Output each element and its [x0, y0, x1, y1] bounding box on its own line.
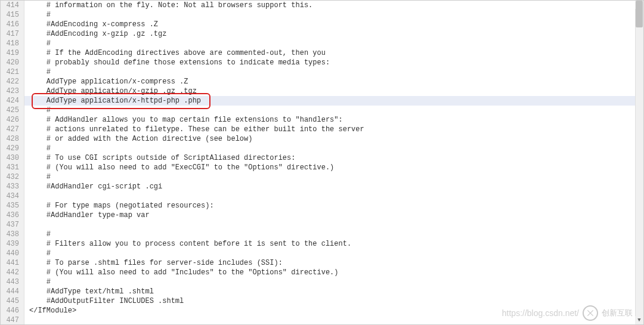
code-line[interactable]: # actions unrelated to filetype. These c…	[24, 125, 643, 134]
line-number: 416	[3, 20, 19, 29]
line-number: 442	[3, 268, 19, 277]
line-number: 433	[3, 182, 19, 191]
line-number: 432	[3, 172, 19, 182]
code-line[interactable]: #	[24, 230, 643, 239]
code-line[interactable]	[24, 315, 643, 324]
code-line[interactable]: #	[24, 144, 643, 153]
code-line[interactable]: # information on the fly. Note: Not all …	[24, 1, 643, 10]
line-number: 437	[3, 220, 19, 230]
code-line[interactable]	[24, 220, 643, 230]
line-number: 434	[3, 191, 19, 201]
line-number: 422	[3, 77, 19, 86]
line-number: 426	[3, 115, 19, 125]
line-number: 427	[3, 125, 19, 134]
scrollbar-vertical[interactable]: ▲ ▼	[635, 1, 643, 324]
code-line[interactable]: #	[24, 277, 643, 287]
line-number: 429	[3, 144, 19, 153]
code-line[interactable]: # To parse .shtml files for server-side …	[24, 258, 643, 268]
line-number: 414	[3, 1, 19, 10]
code-line[interactable]: # To use CGI scripts outside of ScriptAl…	[24, 153, 643, 163]
line-number: 438	[3, 230, 19, 239]
line-number: 421	[3, 67, 19, 77]
line-number: 440	[3, 249, 19, 258]
code-line[interactable]: #AddEncoding x-gzip .gz .tgz	[24, 29, 643, 39]
line-number-gutter: 4144154164174184194204214224234244254264…	[1, 1, 24, 324]
line-number: 428	[3, 134, 19, 144]
line-number: 418	[3, 39, 19, 48]
line-number: 435	[3, 201, 19, 211]
code-line[interactable]: # If the AddEncoding directives above ar…	[24, 48, 643, 58]
code-line[interactable]: #	[24, 39, 643, 48]
code-line[interactable]: # For type maps (negotiated resources):	[24, 201, 643, 211]
line-number: 423	[3, 86, 19, 96]
line-number: 415	[3, 10, 19, 20]
scrollbar-thumb[interactable]	[636, 1, 643, 27]
line-number: 424	[3, 96, 19, 106]
scrollbar-down-arrow[interactable]: ▼	[635, 316, 643, 324]
code-line[interactable]: AddType application/x-gzip .gz .tgz	[24, 86, 643, 96]
line-number: 446	[3, 306, 19, 315]
line-number: 444	[3, 287, 19, 296]
line-number: 447	[3, 315, 19, 325]
code-line[interactable]: # (You will also need to add "ExecCGI" t…	[24, 163, 643, 172]
code-line[interactable]: #	[24, 172, 643, 182]
code-line[interactable]: #	[24, 67, 643, 77]
code-line[interactable]: #AddOutputFilter INCLUDES .shtml	[24, 296, 643, 306]
code-line[interactable]: </IfModule>	[24, 306, 643, 315]
line-number: 439	[3, 239, 19, 249]
line-number: 445	[3, 296, 19, 306]
code-line[interactable]: #	[24, 106, 643, 115]
code-line[interactable]: AddType application/x-compress .Z	[24, 77, 643, 86]
code-line[interactable]: AddType application/x-httpd-php .php	[24, 96, 643, 106]
line-number: 443	[3, 277, 19, 287]
code-line[interactable]: #AddEncoding x-compress .Z	[24, 20, 643, 29]
line-number: 436	[3, 211, 19, 220]
code-line[interactable]: # (You will also need to add "Includes" …	[24, 268, 643, 277]
line-number: 430	[3, 153, 19, 163]
code-line[interactable]: #AddHandler cgi-script .cgi	[24, 182, 643, 191]
code-line[interactable]	[24, 191, 643, 201]
line-number: 441	[3, 258, 19, 268]
code-line[interactable]: #AddHandler type-map var	[24, 211, 643, 220]
line-number: 431	[3, 163, 19, 172]
code-line[interactable]: # probably should define those extension…	[24, 58, 643, 67]
line-number: 419	[3, 48, 19, 58]
code-line[interactable]: #	[24, 10, 643, 20]
code-line[interactable]: # Filters allow you to process content b…	[24, 239, 643, 249]
line-number: 425	[3, 106, 19, 115]
code-line[interactable]: # or added with the Action directive (se…	[24, 134, 643, 144]
line-number: 417	[3, 29, 19, 39]
code-line[interactable]: #	[24, 249, 643, 258]
code-line[interactable]: #AddType text/html .shtml	[24, 287, 643, 296]
code-line[interactable]: # AddHandler allows you to map certain f…	[24, 115, 643, 125]
line-number: 420	[3, 58, 19, 67]
code-area[interactable]: # information on the fly. Note: Not all …	[24, 1, 643, 324]
editor-container: 4144154164174184194204214224234244254264…	[1, 1, 643, 324]
